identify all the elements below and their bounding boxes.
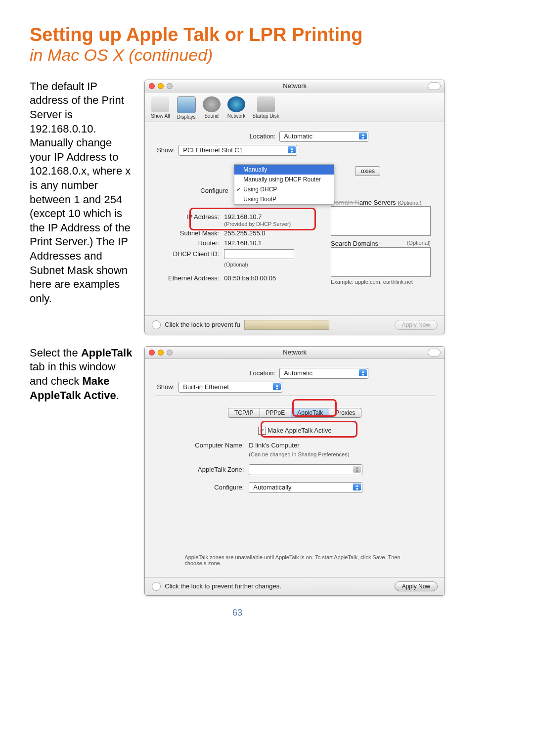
show-label: Show: (155, 383, 175, 391)
dns-servers-input[interactable] (331, 206, 431, 236)
network-window-2: Network Location: Automatic▲▼ Show: Buil… (144, 346, 445, 596)
page-number: 63 (30, 608, 445, 618)
toolbar-startup-disk[interactable]: Startup Disk (252, 96, 279, 120)
dhcp-note: (Optional) (224, 262, 313, 267)
lock-icon[interactable] (152, 582, 161, 591)
eth-value: 00:50:ba:b0:00:05 (224, 274, 276, 282)
apply-now-button[interactable]: Apply Now (395, 581, 438, 591)
location-label: Location: (221, 369, 275, 377)
lock-text: Click the lock to prevent further change… (165, 582, 281, 590)
titlebar: Network (145, 347, 445, 359)
location-select[interactable]: Automatic▲▼ (279, 368, 368, 379)
prefs-toolbar: Show All Displays Sound Network Startup … (145, 92, 445, 122)
eth-label: Ethernet Address: (155, 274, 219, 282)
titlebar: Network (145, 80, 445, 92)
blurb-2: Select the AppleTalk tab in this window … (30, 346, 135, 596)
dhcp-client-input[interactable] (224, 249, 294, 259)
search-domains-label: Search Domains (331, 240, 378, 247)
tab-pppoe[interactable]: PPPoE (260, 408, 292, 418)
dns-domain-prefix: Domain N (331, 199, 359, 206)
router-value: 192.168.10.1 (224, 239, 262, 247)
tab-fragment: oxies (356, 166, 380, 176)
subnet-value: 255.255.255.0 (224, 229, 265, 237)
config-option-using-dhcp[interactable]: Using DHCP (234, 184, 334, 194)
show-select[interactable]: Built-in Ethernet▲▼ (178, 382, 282, 393)
search-optional: (Optional) (407, 240, 431, 246)
dns-optional: (Optional) (398, 200, 421, 206)
toolbar-network[interactable]: Network (227, 96, 246, 120)
toolbar-showall[interactable]: Show All (151, 96, 170, 120)
tab-proxies[interactable]: Proxies (329, 408, 361, 418)
zone-select[interactable]: ▲▼ (249, 464, 362, 475)
computer-name-label: Computer Name: (160, 442, 244, 449)
config-option-using-bootp[interactable]: Using BootP (234, 194, 334, 204)
configure-select[interactable]: Automatically▲▼ (249, 482, 362, 493)
make-active-label: Make AppleTalk Active (267, 427, 331, 434)
computer-name-value: D link's Computer (249, 442, 299, 449)
apply-now-button[interactable]: Apply Now (395, 320, 438, 330)
config-option-dhcp-router[interactable]: Manually using DHCP Router (234, 175, 334, 184)
blurb-1: The default IP address of the Print Serv… (30, 80, 135, 334)
configure-label: Configure: (160, 484, 244, 491)
ip-value: 192.168.10.7 (224, 213, 262, 221)
router-label: Router: (155, 239, 219, 247)
window-title: Network (145, 349, 445, 356)
location-select[interactable]: Automatic▲▼ (279, 131, 368, 142)
location-label: Location: (221, 133, 275, 140)
ip-note: (Provided by DHCP Server) (224, 221, 313, 227)
section-1: The default IP address of the Print Serv… (30, 80, 445, 334)
show-label: Show: (155, 146, 175, 154)
section-2: Select the AppleTalk tab in this window … (30, 346, 445, 596)
domains-example: Example: apple.com, earthlink.net (331, 279, 431, 285)
search-domains-input[interactable] (331, 247, 431, 277)
network-window-1: Network Show All Displays Sound Network … (144, 80, 445, 334)
page-title: Setting up Apple Talk or LPR Printing (30, 25, 445, 45)
lock-text: Click the lock to prevent fu (165, 321, 240, 328)
toolbar-displays[interactable]: Displays (177, 96, 196, 120)
tab-tcpip[interactable]: TCP/IP (228, 408, 260, 418)
config-option-manually[interactable]: Manually (234, 165, 334, 175)
ip-label: IP Address: (155, 213, 219, 221)
make-active-checkbox[interactable]: ✔ (258, 427, 266, 435)
configure-popup[interactable]: Manually Manually using DHCP Router Usin… (234, 164, 334, 205)
page-subtitle: in Mac OS X (continued) (30, 45, 445, 65)
subnet-label: Subnet Mask: (155, 229, 219, 237)
configure-label: Configure (200, 187, 228, 194)
computer-name-note: (Can be changed in Sharing Preferences) (249, 451, 430, 457)
toolbar-sound[interactable]: Sound (203, 96, 221, 120)
dns-label-fragment: ame Servers (359, 199, 396, 206)
zone-label: AppleTalk Zone: (160, 466, 244, 473)
window-title: Network (145, 82, 445, 89)
dock-fragment (244, 320, 329, 330)
dhcp-client-label: DHCP Client ID: (155, 250, 219, 258)
tab-appletalk[interactable]: AppleTalk (291, 408, 329, 418)
zones-note: AppleTalk zones are unavailable until Ap… (184, 554, 405, 566)
lock-icon[interactable] (152, 320, 161, 329)
show-select[interactable]: PCI Ethernet Slot C1▲▼ (178, 145, 297, 156)
